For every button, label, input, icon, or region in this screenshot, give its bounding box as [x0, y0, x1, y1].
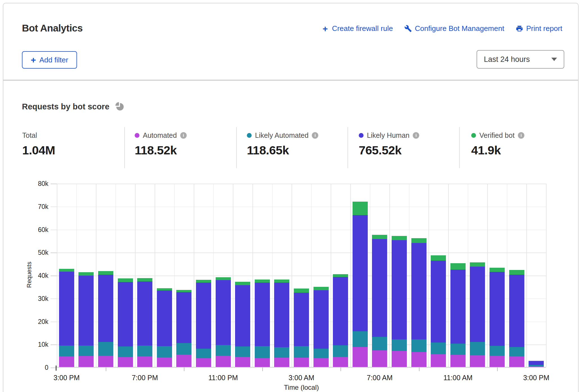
bar-hour-22[interactable] [489, 268, 505, 367]
info-icon[interactable]: i [312, 132, 318, 139]
bar-segment-verified-bot[interactable] [235, 282, 250, 285]
bar-segment-likely-automated[interactable] [157, 346, 172, 357]
bar-hour-24[interactable] [529, 361, 544, 367]
bar-segment-verified-bot[interactable] [489, 268, 505, 272]
bar-segment-likely-human[interactable] [176, 292, 191, 343]
bar-segment-likely-automated[interactable] [255, 346, 270, 358]
bar-segment-automated[interactable] [255, 358, 270, 367]
bar-segment-likely-human[interactable] [196, 283, 211, 349]
bar-hour-19[interactable] [431, 255, 446, 367]
bar-segment-verified-bot[interactable] [78, 272, 94, 275]
bar-hour-7[interactable] [196, 280, 211, 367]
bar-segment-likely-human[interactable] [392, 240, 407, 339]
bar-segment-verified-bot[interactable] [450, 263, 466, 270]
bar-segment-likely-automated[interactable] [313, 349, 329, 358]
bar-segment-likely-human[interactable] [157, 290, 172, 346]
bar-segment-likely-human[interactable] [509, 275, 524, 347]
bar-segment-verified-bot[interactable] [157, 288, 172, 290]
bar-segment-likely-human[interactable] [255, 283, 270, 346]
bar-segment-likely-human[interactable] [294, 293, 309, 346]
bar-segment-automated[interactable] [313, 358, 329, 367]
bar-segment-verified-bot[interactable] [313, 287, 329, 290]
bar-segment-automated[interactable] [411, 352, 427, 367]
bar-segment-verified-bot[interactable] [431, 255, 446, 261]
bar-segment-likely-human[interactable] [313, 290, 329, 349]
bar-segment-likely-automated[interactable] [450, 344, 466, 355]
bar-segment-likely-automated[interactable] [294, 346, 309, 358]
bar-segment-likely-human[interactable] [431, 261, 446, 343]
bar-segment-verified-bot[interactable] [176, 290, 191, 292]
bar-segment-likely-automated[interactable] [59, 346, 74, 356]
bar-segment-likely-automated[interactable] [274, 347, 289, 358]
bar-segment-automated[interactable] [78, 356, 94, 367]
info-icon[interactable]: i [518, 132, 524, 139]
bar-segment-automated[interactable] [509, 356, 524, 367]
bar-segment-verified-bot[interactable] [509, 270, 524, 275]
info-icon[interactable]: i [413, 132, 419, 139]
bar-segment-likely-automated[interactable] [216, 345, 231, 356]
bar-segment-likely-human[interactable] [216, 280, 231, 345]
bar-segment-verified-bot[interactable] [196, 280, 211, 283]
bar-hour-17[interactable] [392, 236, 407, 367]
add-filter-button[interactable]: + Add filter [22, 51, 77, 69]
bar-segment-verified-bot[interactable] [333, 274, 348, 277]
bar-hour-16[interactable] [372, 235, 387, 367]
bar-segment-likely-human[interactable] [489, 272, 505, 346]
bar-segment-likely-human[interactable] [98, 275, 113, 342]
bar-segment-likely-human[interactable] [353, 215, 368, 332]
bar-segment-automated[interactable] [450, 355, 466, 367]
bar-segment-automated[interactable] [353, 347, 368, 367]
bar-segment-likely-human[interactable] [235, 285, 250, 346]
bar-segment-likely-automated[interactable] [176, 343, 191, 355]
bar-hour-9[interactable] [235, 282, 250, 367]
print-report-link[interactable]: Print report [515, 24, 562, 33]
bar-segment-likely-human[interactable] [529, 361, 544, 365]
info-icon[interactable]: i [180, 132, 187, 139]
bar-segment-automated[interactable] [333, 357, 348, 367]
bar-hour-12[interactable] [294, 289, 309, 367]
bar-segment-likely-automated[interactable] [529, 365, 544, 366]
bar-segment-likely-automated[interactable] [372, 337, 387, 350]
bar-segment-likely-automated[interactable] [470, 342, 485, 355]
bar-segment-likely-human[interactable] [450, 270, 466, 344]
bar-segment-likely-automated[interactable] [392, 339, 407, 351]
bar-segment-verified-bot[interactable] [470, 262, 485, 267]
bar-hour-2[interactable] [98, 271, 113, 367]
bar-hour-15[interactable] [353, 202, 368, 367]
bar-segment-verified-bot[interactable] [118, 278, 133, 282]
bar-hour-8[interactable] [216, 277, 231, 367]
bar-segment-automated[interactable] [529, 366, 544, 367]
bar-segment-likely-automated[interactable] [118, 346, 133, 357]
bar-segment-likely-human[interactable] [333, 277, 348, 345]
bar-hour-18[interactable] [411, 238, 427, 367]
bar-segment-verified-bot[interactable] [294, 289, 309, 293]
bar-segment-automated[interactable] [157, 357, 172, 367]
bar-segment-likely-automated[interactable] [196, 349, 211, 358]
bar-segment-automated[interactable] [431, 354, 446, 367]
bar-hour-3[interactable] [118, 278, 133, 367]
create-firewall-rule-link[interactable]: +Create firewall rule [321, 24, 393, 33]
bar-segment-likely-human[interactable] [470, 267, 485, 342]
bar-segment-likely-automated[interactable] [78, 346, 94, 356]
bar-hour-6[interactable] [176, 290, 191, 367]
bar-hour-14[interactable] [333, 274, 348, 367]
bar-segment-likely-automated[interactable] [509, 347, 524, 356]
bar-segment-automated[interactable] [470, 355, 485, 367]
bar-segment-likely-automated[interactable] [353, 331, 368, 347]
bar-segment-automated[interactable] [98, 356, 113, 367]
bar-segment-verified-bot[interactable] [411, 238, 427, 243]
bar-hour-11[interactable] [274, 280, 289, 367]
bar-segment-likely-automated[interactable] [235, 346, 250, 357]
bar-segment-automated[interactable] [235, 357, 250, 367]
bar-segment-automated[interactable] [137, 356, 152, 367]
bar-segment-likely-automated[interactable] [411, 339, 427, 352]
bar-segment-verified-bot[interactable] [137, 278, 152, 281]
bar-segment-likely-human[interactable] [59, 272, 74, 346]
bar-segment-automated[interactable] [372, 350, 387, 367]
bar-segment-likely-automated[interactable] [489, 346, 505, 356]
bar-segment-verified-bot[interactable] [529, 361, 544, 361]
bar-segment-likely-human[interactable] [372, 239, 387, 337]
bar-segment-automated[interactable] [392, 351, 407, 367]
bar-segment-likely-automated[interactable] [333, 345, 348, 357]
bar-segment-verified-bot[interactable] [59, 269, 74, 272]
